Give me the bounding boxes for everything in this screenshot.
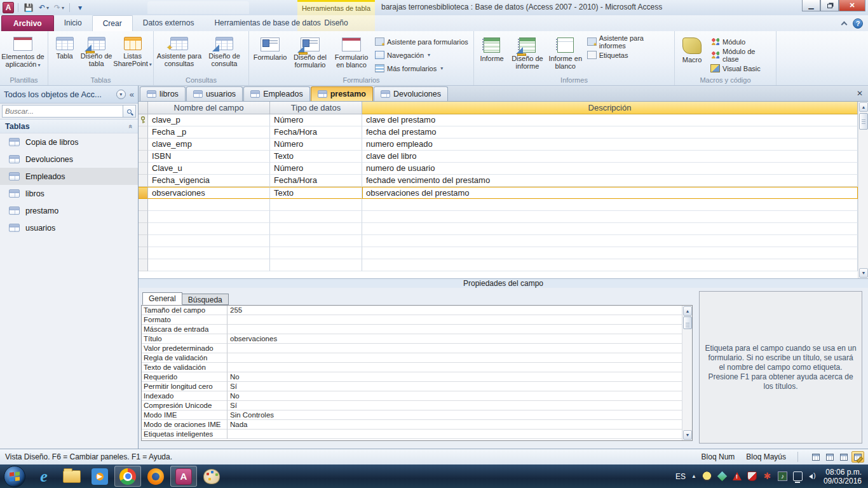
field-name-cell[interactable]: Clave_u — [148, 163, 270, 175]
pivottable-view-icon[interactable] — [824, 451, 836, 463]
tabla-button[interactable]: Tabla — [50, 32, 79, 76]
close-document-icon[interactable]: ✕ — [855, 88, 865, 98]
tab-general[interactable]: General — [142, 292, 182, 305]
start-button[interactable] — [4, 466, 25, 487]
doc-tab-usuarios[interactable]: usuarios — [186, 86, 243, 101]
property-value[interactable]: Sí — [227, 401, 682, 410]
doc-tab-devoluciones[interactable]: Devoluciones — [374, 86, 448, 101]
nav-item-empleados[interactable]: Empleados — [0, 168, 138, 185]
gem-icon[interactable] — [717, 471, 728, 482]
formulario-blanco-button[interactable]: Formulario en blanco — [330, 32, 372, 76]
nav-item-devoluciones[interactable]: Devoluciones — [0, 151, 138, 168]
row-selector[interactable] — [139, 187, 148, 199]
alert-icon[interactable] — [733, 472, 742, 480]
close-button[interactable]: ✕ — [839, 0, 865, 11]
network-icon[interactable] — [793, 471, 803, 481]
field-desc-cell[interactable]: numero empleado — [362, 139, 858, 151]
scroll-up-icon[interactable]: ▲ — [859, 102, 868, 112]
row-selector[interactable] — [139, 139, 148, 151]
field-name-cell[interactable]: clave_p — [148, 114, 270, 126]
property-value[interactable] — [227, 430, 682, 439]
etiquetas-button[interactable]: Etiquetas — [585, 48, 673, 62]
property-value[interactable]: Nada — [227, 420, 682, 430]
scroll-thumb[interactable] — [683, 316, 692, 329]
navegacion-button[interactable]: Navegación▾ — [372, 48, 472, 62]
doc-tab-empleados[interactable]: Empleados — [243, 86, 310, 101]
design-view-icon[interactable] — [851, 451, 864, 463]
field-desc-cell[interactable]: clave del libro — [362, 151, 858, 163]
field-name-cell[interactable]: ISBN — [148, 151, 270, 163]
tab-crear[interactable]: Crear — [92, 15, 133, 31]
collapse-group-icon[interactable]: « — [127, 124, 135, 128]
restore-button[interactable] — [820, 0, 839, 11]
property-value[interactable]: 255 — [227, 306, 682, 315]
grid-vertical-scrollbar[interactable]: ▲ ▼ — [858, 102, 868, 278]
messenger-icon[interactable] — [702, 471, 712, 481]
row-selector[interactable] — [139, 126, 148, 139]
doc-tab-prestamo[interactable]: prestamo — [311, 86, 373, 101]
informe-blanco-button[interactable]: Informe en blanco — [546, 32, 585, 76]
scroll-down-icon[interactable]: ▼ — [683, 430, 692, 440]
help-icon[interactable]: ? — [853, 18, 863, 29]
taskbar-chrome[interactable] — [114, 466, 141, 487]
clock[interactable]: 08:06 p.m. 09/03/2016 — [824, 468, 862, 485]
show-hidden-icons-icon[interactable]: ▲ — [691, 473, 696, 479]
pivotchart-view-icon[interactable] — [837, 451, 850, 463]
field-type-cell[interactable]: Número — [270, 163, 362, 175]
field-name-cell[interactable]: Fecha_vigencia — [148, 175, 270, 187]
field-desc-cell-focused[interactable]: observaciones del prestamo — [362, 187, 858, 199]
taskbar-paint[interactable] — [198, 466, 225, 487]
taskbar-explorer[interactable] — [58, 466, 85, 487]
nav-item-usuarios[interactable]: usuarios — [0, 219, 138, 236]
volume-icon[interactable] — [808, 471, 818, 481]
field-type-cell[interactable]: Fecha/Hora — [270, 175, 362, 187]
field-name-cell[interactable]: clave_emp — [148, 139, 270, 151]
property-value[interactable]: observaciones — [227, 334, 682, 344]
property-value[interactable] — [227, 344, 682, 353]
nav-item-prestamo[interactable]: prestamo — [0, 202, 138, 219]
antivirus-shield-icon[interactable] — [747, 471, 757, 481]
access-app-icon[interactable]: A — [3, 2, 14, 13]
tab-archivo[interactable]: Archivo — [1, 15, 54, 31]
property-value[interactable] — [227, 353, 682, 363]
property-value[interactable] — [227, 363, 682, 372]
save-button[interactable]: 💾 — [22, 2, 35, 13]
field-desc-cell[interactable]: numero de usuario — [362, 163, 858, 175]
formulario-button[interactable]: Formulario — [250, 32, 290, 76]
informe-button[interactable]: Informe — [475, 32, 508, 76]
diseno-tabla-button[interactable]: Diseño de tabla — [79, 32, 113, 76]
row-selector[interactable] — [139, 151, 148, 163]
visual-basic-button[interactable]: Visual Basic — [708, 62, 775, 75]
tab-diseno[interactable]: Diseño — [297, 15, 375, 31]
field-desc-cell[interactable]: fechade vencimento del prestamo — [362, 175, 858, 187]
scroll-thumb[interactable] — [859, 113, 868, 130]
language-indicator[interactable]: ES — [675, 472, 686, 481]
field-type-cell[interactable]: Número — [270, 114, 362, 126]
search-button[interactable] — [123, 105, 136, 118]
property-value[interactable]: Sí — [227, 382, 682, 391]
property-value[interactable]: No — [227, 372, 682, 382]
field-desc-cell[interactable]: fecha del prestamo — [362, 126, 858, 139]
taskbar-firefox[interactable] — [142, 466, 169, 487]
scroll-up-icon[interactable]: ▲ — [683, 306, 692, 316]
taskbar-access[interactable]: A — [170, 466, 197, 487]
nav-pane-header[interactable]: Todos los objetos de Acc... ▾ « — [0, 86, 138, 104]
property-value[interactable]: Sin Controles — [227, 410, 682, 420]
music-icon[interactable]: ♪ — [778, 471, 787, 481]
redo-button[interactable]: ↷▾ — [53, 2, 65, 13]
minimize-button[interactable]: ▁ — [802, 0, 820, 11]
datasheet-view-icon[interactable] — [810, 451, 822, 463]
undo-button[interactable]: ↶▾ — [37, 2, 50, 13]
taskbar-media-player[interactable] — [86, 466, 113, 487]
diseno-informe-button[interactable]: Diseño de informe — [508, 32, 546, 76]
field-desc-cell[interactable]: clave del prestamo — [362, 114, 858, 126]
field-name-cell[interactable]: Fecha _p — [148, 126, 270, 139]
macro-button[interactable]: Macro — [676, 32, 708, 76]
tab-busqueda[interactable]: Búsqueda — [182, 294, 229, 305]
tab-datos-externos[interactable]: Datos externos — [133, 15, 205, 31]
scroll-down-icon[interactable]: ▼ — [859, 268, 868, 278]
asistente-formularios-button[interactable]: Asistente para formularios — [372, 35, 472, 48]
field-type-cell[interactable]: Fecha/Hora — [270, 126, 362, 139]
customize-qat-button[interactable]: ▾ — [74, 2, 86, 13]
listas-sharepoint-button[interactable]: Listas SharePoint▾ — [113, 32, 152, 76]
